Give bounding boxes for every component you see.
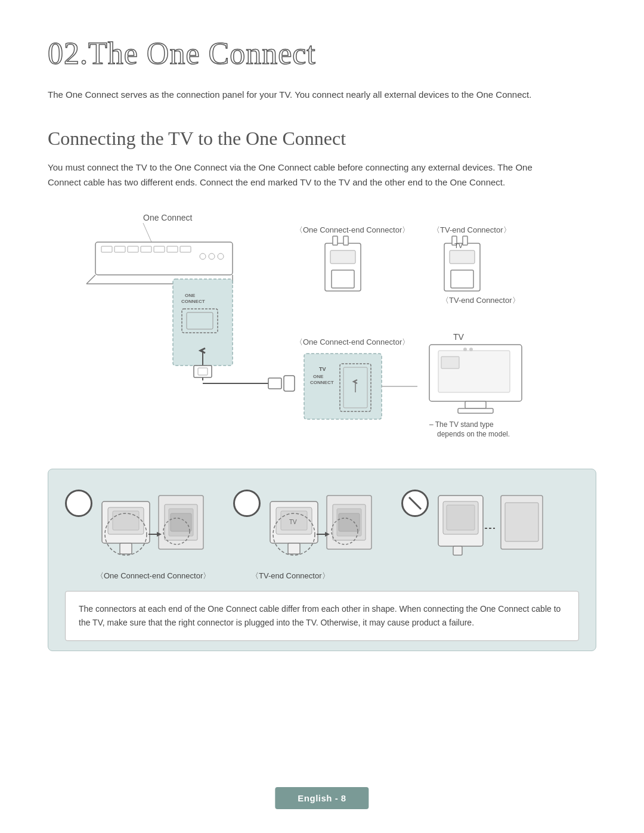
- illustration-labels: 〈One Connect-end Connector〉 〈TV-end Conn…: [65, 571, 579, 581]
- svg-text:TV: TV: [319, 366, 326, 372]
- illustration-row: TV: [65, 484, 579, 561]
- no-circle: [401, 490, 429, 517]
- svg-line-1: [143, 223, 152, 243]
- ok-circle-2: [233, 490, 261, 517]
- svg-rect-69: [171, 513, 191, 531]
- svg-text:〈TV-end Connector〉: 〈TV-end Connector〉: [441, 296, 520, 305]
- svg-rect-26: [268, 378, 281, 389]
- svg-rect-23: [194, 366, 212, 377]
- svg-rect-63: [113, 511, 139, 530]
- svg-text:TV: TV: [289, 519, 297, 525]
- svg-line-13: [86, 275, 95, 284]
- connector-images-1: [96, 484, 215, 561]
- svg-rect-27: [284, 376, 295, 391]
- one-connect-end-label: 〈One Connect-end Connector〉: [96, 571, 233, 581]
- svg-rect-90: [453, 546, 462, 555]
- svg-rect-77: [288, 543, 300, 554]
- svg-rect-64: [120, 543, 132, 554]
- svg-rect-82: [339, 513, 360, 531]
- connector-images-2: TV: [264, 484, 383, 561]
- svg-rect-51: [332, 270, 354, 288]
- svg-text:ONE: ONE: [185, 293, 196, 298]
- intro-text: The One Connect serves as the connection…: [48, 88, 543, 103]
- svg-rect-50: [330, 250, 355, 264]
- svg-text:〈One Connect-end Connector〉: 〈One Connect-end Connector〉: [295, 225, 410, 234]
- svg-text:depends on the model.: depends on the model.: [437, 430, 510, 438]
- svg-line-86: [409, 497, 421, 509]
- connector-group-3: [401, 484, 552, 561]
- svg-rect-89: [447, 505, 475, 530]
- svg-text:CONNECT: CONNECT: [181, 299, 205, 304]
- svg-text:〈TV-end Connector〉: 〈TV-end Connector〉: [432, 225, 511, 234]
- svg-rect-2: [95, 242, 233, 275]
- svg-point-43: [469, 348, 473, 351]
- svg-rect-92: [505, 503, 538, 541]
- svg-text:TV: TV: [454, 242, 463, 249]
- svg-text:ONE: ONE: [313, 374, 324, 379]
- svg-rect-41: [441, 357, 459, 368]
- svg-text:CONNECT: CONNECT: [310, 380, 334, 385]
- svg-point-42: [463, 348, 467, 351]
- note-text: The connectors at each end of the One Co…: [79, 602, 565, 630]
- svg-rect-39: [458, 408, 493, 413]
- diagram-svg: One Connect ONE CONNECT: [48, 208, 596, 446]
- svg-rect-49: [343, 236, 348, 245]
- svg-text:〈One Connect-end Connector〉: 〈One Connect-end Connector〉: [295, 337, 410, 346]
- section-text: You must connect the TV to the One Conne…: [48, 160, 555, 190]
- svg-rect-55: [463, 236, 467, 245]
- footer-badge: English - 8: [275, 787, 369, 809]
- connector-images-3: [432, 484, 552, 561]
- svg-rect-56: [450, 250, 475, 264]
- main-diagram: One Connect ONE CONNECT: [48, 208, 596, 448]
- svg-rect-58: [451, 270, 473, 288]
- section-heading: Connecting the TV to the One Connect: [48, 128, 596, 150]
- connector-group-1: [65, 484, 215, 561]
- page-title: 02.The One Connect: [48, 36, 596, 71]
- connector-group-2: TV: [233, 484, 383, 561]
- ok-circle-1: [65, 490, 92, 517]
- page-footer: English - 8: [275, 787, 369, 809]
- svg-text:One Connect: One Connect: [143, 213, 193, 222]
- svg-rect-48: [333, 236, 338, 245]
- svg-text:–  The TV stand type: – The TV stand type: [429, 420, 494, 429]
- svg-text:TV: TV: [453, 332, 465, 342]
- svg-rect-38: [465, 401, 486, 408]
- note-box: The connectors at each end of the One Co…: [65, 591, 579, 641]
- tv-end-label: 〈TV-end Connector〉: [251, 571, 388, 581]
- illustration-box: TV: [48, 469, 596, 651]
